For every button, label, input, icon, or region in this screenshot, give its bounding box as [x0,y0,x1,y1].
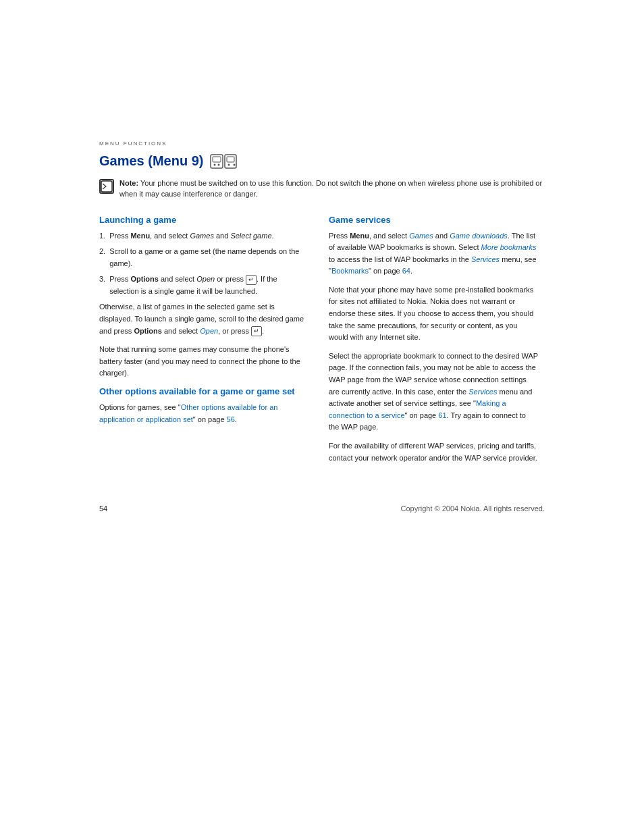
otherwise-para: Otherwise, a list of games in the select… [99,301,308,337]
svg-rect-1 [213,157,221,162]
svg-point-3 [218,163,220,165]
key-symbol-2: ↵ [251,326,262,336]
list-number-2: 2. [99,246,105,269]
list-item-1: 1. Press Menu, and select Games and Sele… [99,230,308,242]
making-connection-link[interactable]: Making a connection to a service [329,399,506,419]
other-options-page-link[interactable]: 56 [227,415,235,423]
services-italic-2: Services [468,388,497,396]
select-game-italic: Select game [230,232,271,240]
launching-title: Launching a game [99,215,308,225]
games-italic: Games [190,232,213,240]
list-content-2: Scroll to a game or a game set (the name… [109,246,308,269]
note-text: Note: Your phone must be switched on to … [119,178,545,200]
footer-page-number: 54 [99,504,107,513]
list-item-2: 2. Scroll to a game or a game set (the n… [99,246,308,269]
page: Menu functions Games (Menu 9) [86,113,558,721]
battery-para: Note that running some games may consume… [99,344,308,380]
key-symbol-1: ↵ [246,275,257,285]
open-italic-1: Open [196,275,215,283]
connection-para: Select the appropriate bookmark to conne… [329,350,538,434]
right-column: Game services Press Menu, and select Gam… [329,212,538,471]
game-downloads-italic: Game downloads [450,232,508,240]
bookmarks-link[interactable]: Bookmarks [331,267,369,275]
other-options-link[interactable]: Other options available for an applicati… [99,403,277,423]
section-header: Games (Menu 9) [99,153,545,170]
page-61-link[interactable]: 61 [438,411,446,419]
svg-point-6 [228,163,230,165]
note-bold: Note: [119,179,138,187]
services-italic-1: Services [471,255,500,263]
section-icon [210,153,237,170]
list-number-1: 1. [99,230,105,242]
svg-point-7 [234,163,236,165]
left-column: Launching a game 1. Press Menu, and sele… [99,212,308,471]
menu-bold-2: Menu [350,232,369,240]
list-content-3: Press Options and select Open or press ↵… [109,273,308,297]
pre-installed-para: Note that your phone may have some pre-i… [329,284,538,344]
games-icon [210,153,237,170]
games-italic-2: Games [409,232,433,240]
note-box: Note: Your phone must be switched on to … [99,178,545,200]
note-icon [99,179,114,194]
open-italic-2: Open [200,327,218,335]
page-64-link[interactable]: 64 [402,267,410,275]
svg-point-2 [214,163,216,165]
footer-copyright: Copyright © 2004 Nokia. All rights reser… [400,504,545,513]
game-services-para1: Press Menu, and select Games and Game do… [329,230,538,278]
menu-label: Menu functions [99,140,545,147]
other-options-text: Options for games, see "Other options av… [99,402,308,425]
more-bookmarks-italic: More bookmarks [481,243,537,251]
footer: 54 Copyright © 2004 Nokia. All rights re… [99,498,545,513]
other-options-title: Other options available for a game or ga… [99,386,308,396]
menu-bold-1: Menu [130,232,150,240]
note-body: Your phone must be switched on to use th… [119,179,542,199]
list-content-1: Press Menu, and select Games and Select … [109,230,308,242]
options-bold-2: Options [134,327,162,335]
section-title: Games (Menu 9) [99,153,203,169]
list-item-3: 3. Press Options and select Open or pres… [99,273,308,297]
availability-para: For the availability of different WAP se… [329,440,538,464]
content-wrapper: Launching a game 1. Press Menu, and sele… [99,212,545,471]
options-bold-1: Options [130,275,159,283]
game-services-title: Game services [329,215,538,225]
list-number-3: 3. [99,273,105,297]
svg-rect-5 [227,157,234,162]
svg-rect-8 [101,181,112,192]
